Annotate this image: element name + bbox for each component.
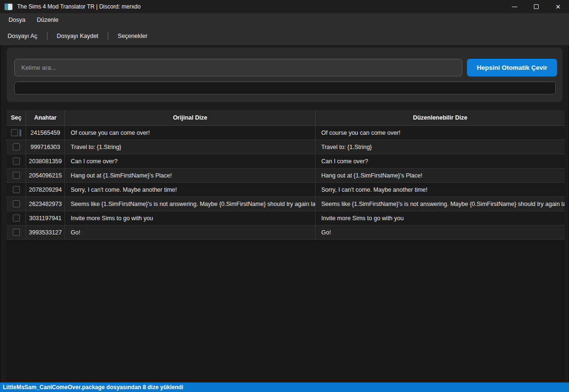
table-body: 241565459 Of course you can come over! O…	[7, 126, 565, 240]
strings-table: Seç Anahtar Orijinal Dize Düzenlenebilir…	[7, 110, 565, 381]
row-key-cell: 2038081359	[26, 154, 65, 168]
toolbar-separator	[108, 32, 108, 40]
table-row: 3993533127 Go! Go!	[7, 225, 565, 240]
maximize-button[interactable]	[525, 0, 547, 13]
app-icon	[5, 4, 12, 10]
maximize-icon	[534, 4, 539, 9]
row-key-cell: 3031197941	[26, 211, 65, 225]
row-editable-cell[interactable]: Of course you can come over!	[316, 126, 565, 140]
close-icon: ✕	[556, 4, 561, 10]
row-select-cell	[7, 183, 26, 197]
row-original-cell: Go!	[65, 225, 316, 240]
toolbar-save-file-button[interactable]: Dosyayı Kaydet	[52, 29, 103, 43]
close-button[interactable]: ✕	[547, 0, 569, 13]
row-editable-cell[interactable]: Travel to: {1.String}	[316, 140, 565, 154]
menu-item-dosya[interactable]: Dosya	[3, 14, 31, 26]
row-checkbox[interactable]	[13, 158, 20, 165]
table-row: 2054096215 Hang out at {1.SimFirstName}'…	[7, 168, 565, 183]
table-row: 2038081359 Can I come over? Can I come o…	[7, 154, 565, 168]
row-select-cell	[7, 197, 26, 211]
row-original-cell: Invite more Sims to go with you	[65, 211, 316, 225]
table-row: 2078209294 Sorry, I can't come. Maybe an…	[7, 183, 565, 197]
row-select-cell	[7, 126, 26, 140]
row-original-cell: Of course you can come over!	[65, 126, 316, 140]
minimize-icon	[512, 7, 517, 7]
column-header-original[interactable]: Orijinal Dize	[65, 110, 316, 126]
row-key-cell: 2054096215	[26, 168, 65, 183]
menu-item-duzenle[interactable]: Düzenle	[31, 14, 64, 26]
row-select-cell	[7, 154, 26, 168]
row-editable-cell[interactable]: Invite more Sims to go with you	[316, 211, 565, 225]
search-input[interactable]	[14, 59, 462, 76]
row-editable-cell[interactable]: Sorry, I can't come. Maybe another time!	[316, 183, 565, 197]
toolbar-separator	[47, 32, 47, 40]
window-controls: ✕	[504, 0, 569, 13]
minimize-button[interactable]	[504, 0, 525, 13]
row-select-cell	[7, 140, 26, 154]
toolbar: Dosyayı Aç Dosyayı Kaydet Seçenekler	[0, 27, 569, 45]
row-original-cell: Travel to: {1.String}	[65, 140, 316, 154]
row-checkbox[interactable]	[13, 229, 20, 236]
row-editable-cell[interactable]: Hang out at {1.SimFirstName}'s Place!	[316, 168, 565, 183]
row-select-cell	[7, 211, 26, 225]
row-key-cell: 2623482973	[26, 197, 65, 211]
row-checkbox[interactable]	[13, 186, 20, 193]
row-editable-cell[interactable]: Go!	[316, 225, 565, 240]
search-panel: Hepsini Otomatik Çevir	[7, 47, 562, 102]
row-editable-cell[interactable]: Seems like {1.SimFirstName}'s is not ans…	[316, 197, 565, 211]
titlebar: The Sims 4 Mod Translator TR | Discord: …	[0, 0, 569, 13]
row-key-cell: 241565459	[26, 126, 65, 140]
row-checkbox[interactable]	[13, 215, 20, 222]
row-original-cell: Hang out at {1.SimFirstName}'s Place!	[65, 168, 316, 183]
app-window: { "window": { "title": "The Sims 4 Mod T…	[0, 0, 569, 392]
row-select-cell	[7, 225, 26, 240]
row-original-cell: Can I come over?	[65, 154, 316, 168]
row-key-cell: 2078209294	[26, 183, 65, 197]
row-checkbox[interactable]	[13, 172, 20, 179]
row-key-cell: 999716303	[26, 140, 65, 154]
toolbar-open-file-button[interactable]: Dosyayı Aç	[3, 29, 42, 43]
column-header-key[interactable]: Anahtar	[26, 110, 65, 126]
toolbar-options-button[interactable]: Seçenekler	[113, 29, 152, 43]
row-editable-cell[interactable]: Can I come over?	[316, 154, 565, 168]
table-row: 2623482973 Seems like {1.SimFirstName}'s…	[7, 197, 565, 211]
table-row: 999716303 Travel to: {1.String} Travel t…	[7, 140, 565, 154]
window-title: The Sims 4 Mod Translator TR | Discord: …	[17, 3, 140, 10]
column-header-editable[interactable]: Düzenlenebilir Dize	[316, 110, 565, 126]
cell-focus-indicator	[19, 129, 21, 137]
row-key-cell: 3993533127	[26, 225, 65, 240]
row-checkbox[interactable]	[13, 143, 20, 150]
row-checkbox[interactable]	[11, 129, 18, 136]
column-header-select[interactable]: Seç	[7, 110, 26, 126]
menubar: Dosya Düzenle	[0, 13, 569, 27]
translate-all-button[interactable]: Hepsini Otomatik Çevir	[467, 59, 557, 76]
table-row: 241565459 Of course you can come over! O…	[7, 126, 565, 140]
row-checkbox[interactable]	[13, 200, 20, 207]
row-original-cell: Seems like {1.SimFirstName}'s is not ans…	[65, 197, 316, 211]
table-row: 3031197941 Invite more Sims to go with y…	[7, 211, 565, 225]
progress-bar	[14, 82, 556, 94]
table-header: Seç Anahtar Orijinal Dize Düzenlenebilir…	[7, 110, 565, 126]
status-message: LittleMsSam_CanIComeOver.package dosyası…	[3, 384, 183, 391]
row-select-cell	[7, 168, 26, 183]
statusbar: LittleMsSam_CanIComeOver.package dosyası…	[0, 383, 569, 392]
row-original-cell: Sorry, I can't come. Maybe another time!	[65, 183, 316, 197]
